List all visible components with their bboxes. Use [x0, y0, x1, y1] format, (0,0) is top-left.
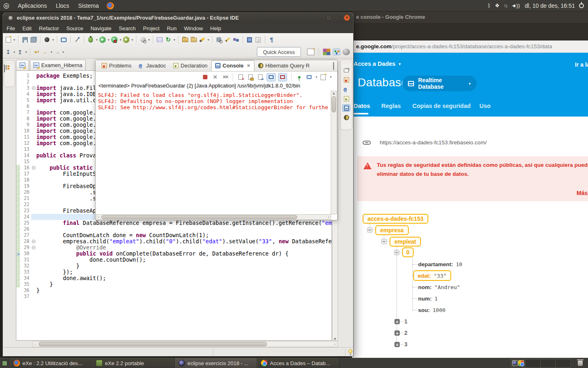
- menu-help[interactable]: Help: [210, 25, 221, 31]
- tree-node-0[interactable]: 0: [402, 247, 414, 257]
- refresh-dropdown-icon[interactable]: ▾: [174, 38, 175, 42]
- team-button[interactable]: [232, 35, 240, 44]
- topbar-menu-llocs[interactable]: Llocs: [56, 2, 69, 9]
- show-desktop-button[interactable]: [0, 358, 10, 368]
- code-line-33[interactable]: 33 });: [16, 269, 332, 275]
- code-line-30[interactable]: 30 public void onComplete(DatabaseError …: [16, 251, 332, 257]
- tree-leaf-departament[interactable]: departament:10: [418, 260, 462, 268]
- menu-edit[interactable]: Edit: [22, 25, 31, 31]
- show-whitespace-button[interactable]: ¶: [268, 35, 275, 44]
- tree-node-3[interactable]: 3: [404, 341, 408, 348]
- tree-node-empresa[interactable]: empresa: [375, 225, 409, 235]
- close-tab-icon[interactable]: ✕: [247, 63, 250, 68]
- java-perspective-icon[interactable]: [343, 49, 350, 55]
- remove-launch-button[interactable]: ✕: [212, 74, 219, 81]
- declaration-view-icon[interactable]: [342, 95, 350, 102]
- open-console-view-button[interactable]: [320, 74, 327, 81]
- scroll-up-arrow[interactable]: ▲: [331, 91, 336, 95]
- scroll-left-arrow[interactable]: ‹: [96, 215, 101, 219]
- code-line-26[interactable]: 26: [16, 226, 332, 232]
- next-annotation-button[interactable]: ↧: [4, 47, 12, 56]
- workspace-3[interactable]: [541, 359, 556, 368]
- run-last-tool-button[interactable]: [139, 35, 147, 44]
- more-info-link[interactable]: Más: [577, 190, 588, 196]
- workspace-2[interactable]: [526, 359, 541, 368]
- console-tab-javadoc[interactable]: @Javadoc: [135, 60, 169, 71]
- menu-search[interactable]: Search: [119, 25, 136, 31]
- remove-all-launches-button[interactable]: ✕✕: [221, 74, 229, 81]
- previous-annotation-button[interactable]: ↥: [16, 47, 24, 56]
- code-line-32[interactable]: 32 }: [16, 263, 332, 269]
- code-line-31[interactable]: 31 done.countDown();: [16, 257, 332, 263]
- expand-toggle-3[interactable]: +: [394, 342, 400, 347]
- taskbar-item-firefox[interactable]: eXe : 2.2 Utilització des...: [10, 358, 92, 368]
- code-line-29[interactable]: 29− @Override: [16, 245, 332, 251]
- taskbar-item-folder[interactable]: eXe 2.2 portable: [92, 358, 175, 368]
- back-dropdown-icon[interactable]: ▾: [51, 50, 52, 54]
- console-tab-problems[interactable]: Problems: [98, 60, 135, 71]
- expand-toggle-1[interactable]: +: [394, 319, 400, 324]
- forward-dropdown-icon[interactable]: ▾: [62, 50, 64, 54]
- scroll-lock-button[interactable]: [247, 74, 254, 81]
- code-line-35[interactable]: 35 }: [16, 281, 332, 287]
- fold-icon[interactable]: −: [32, 240, 36, 243]
- ubuntu-logo-icon[interactable]: ◎: [3, 1, 9, 10]
- workspace-4[interactable]: [556, 359, 571, 368]
- menu-refactor[interactable]: Refactor: [39, 25, 59, 31]
- code-line-28[interactable]: 28− empresa.child("empleat").child("0").…: [16, 238, 332, 245]
- new-table-button[interactable]: [156, 35, 163, 44]
- network-icon[interactable]: ↑↓: [503, 3, 507, 9]
- taskbar-item-eclipse[interactable]: eclipse exercicis 2018 - ...: [175, 358, 257, 368]
- skip-breakpoints-button[interactable]: [74, 35, 81, 44]
- show-console-on-stderr-toggle[interactable]: [278, 73, 287, 81]
- open-console-dropdown-icon[interactable]: ▾: [330, 75, 332, 79]
- project-selector[interactable]: Acces a Dades ▾: [354, 61, 401, 67]
- open-resource-button[interactable]: [190, 35, 197, 44]
- resource-perspective-icon[interactable]: [323, 49, 330, 55]
- bookmarks-button[interactable]: [246, 35, 253, 44]
- console-tab-console[interactable]: Console✕: [211, 60, 254, 71]
- chrome-address-bar[interactable]: e.google.com/project/acces-a-dades-fc153…: [352, 40, 588, 53]
- search-flashlight-button[interactable]: [198, 35, 206, 44]
- javaee-perspective-icon[interactable]: [333, 49, 340, 55]
- restore-views-icon[interactable]: [342, 67, 350, 74]
- editor-horizontal-scrollbar[interactable]: ‹ ›: [32, 341, 338, 347]
- tree-leaf-nom[interactable]: nom:"Andreu": [418, 283, 460, 291]
- problems-view-icon[interactable]: [342, 76, 350, 83]
- fold-icon[interactable]: −: [32, 166, 36, 170]
- external-tools-dropdown-icon[interactable]: ▾: [52, 38, 54, 42]
- profile-button[interactable]: ▶: [122, 35, 130, 44]
- topbar-menu-aplicacions[interactable]: Aplicacions: [18, 2, 47, 9]
- last-edit-location-button[interactable]: ↩: [33, 47, 40, 56]
- coverage-button[interactable]: ▶: [111, 35, 118, 44]
- restore-views-icon[interactable]: [4, 65, 5, 72]
- firebase-tab-copias-de-seguridad[interactable]: Copias de seguridad: [412, 103, 471, 109]
- bluetooth-icon[interactable]: ᛒ: [488, 2, 491, 9]
- console-tab-declaration[interactable]: Declaration: [169, 60, 211, 71]
- tree-node-root[interactable]: acces-a-dades-fc153: [363, 214, 428, 224]
- power-icon[interactable]: [579, 3, 584, 8]
- code-line-27[interactable]: 27 CountDownLatch done = new CountDownLa…: [16, 232, 332, 238]
- restore-view-icon[interactable]: [333, 63, 334, 70]
- console-horizontal-scrollbar[interactable]: ‹ ›: [96, 214, 331, 220]
- goto-docs-link[interactable]: Ir a la: [575, 61, 588, 68]
- volume-icon[interactable]: ◄)): [511, 2, 520, 9]
- drag-handle[interactable]: ····: [341, 61, 352, 65]
- maximize-button[interactable]: ▢: [335, 15, 341, 21]
- code-line-34[interactable]: 34 done.await();: [16, 275, 332, 281]
- firebase-tab-uso[interactable]: Uso: [479, 103, 490, 109]
- menu-window[interactable]: Window: [184, 25, 203, 31]
- tree-node-2[interactable]: 2: [404, 330, 408, 336]
- collapse-toggle-empresa[interactable]: −: [367, 227, 372, 233]
- trash-icon[interactable]: [576, 358, 585, 368]
- editor-tab-1[interactable]: HQL: [16, 60, 29, 70]
- firefox-launcher-icon[interactable]: [107, 2, 114, 9]
- pin-console-button[interactable]: [296, 74, 303, 81]
- taskbar-item-chrome[interactable]: Acces a Dades – Datab...: [257, 358, 340, 368]
- collapse-toggle-0[interactable]: −: [394, 250, 399, 255]
- new-wizard-button[interactable]: [4, 35, 12, 44]
- open-perspective-icon[interactable]: [307, 49, 314, 55]
- chrome-title-bar[interactable]: e console - Google Chrome: [352, 11, 588, 23]
- minimize-button[interactable]: –: [326, 15, 332, 21]
- close-button[interactable]: ✕: [344, 15, 350, 21]
